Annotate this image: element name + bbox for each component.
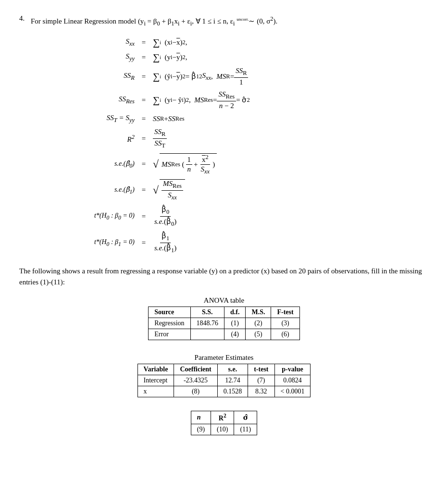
param-intercept-coeff: -23.4325 (174, 375, 217, 386)
rhs-sxx: ∑i (xi − x)2, (153, 37, 187, 48)
eq-ssres: SSRes = ∑i (yi − ŷi)2, MSRes = SSRes n −… (58, 90, 429, 110)
summary-data-row: (9) (10) (11) (191, 424, 257, 435)
problem-number: 4. (19, 14, 31, 23)
summary-col-n: n (191, 411, 211, 424)
problem-text: For simple Linear Regression model (yi =… (31, 14, 277, 28)
param-row-intercept: Intercept -23.4325 12.74 (7) 0.0824 (137, 375, 311, 386)
eq-sign-se-beta0: = (139, 160, 148, 168)
summary-header-row: n R2 σ̂ (191, 411, 257, 424)
anova-col-source: Source (149, 307, 190, 318)
anova-col-ss: S.S. (190, 307, 224, 318)
lhs-sxx: Sxx (58, 37, 135, 48)
eq-r2: R2 = SSR SST (58, 128, 429, 149)
eq-se-beta0: s.e.(β̂0) = √ MSRes ( 1 n + (58, 153, 429, 175)
problem-header: 4. For simple Linear Regression model (y… (19, 14, 429, 28)
anova-title: ANOVA table (204, 296, 244, 305)
param-col-coefficient: Coefficient (174, 364, 217, 375)
param-intercept-ttest: (7) (248, 375, 274, 386)
anova-table-container: ANOVA table Source S.S. d.f. M.S. F-test… (19, 296, 429, 340)
rhs-syy: ∑i (yi − y)2, (153, 52, 187, 63)
summary-table: n R2 σ̂ (9) (10) (11) (191, 411, 257, 435)
anova-error-ms: (5) (246, 329, 271, 340)
summary-n: (9) (191, 424, 211, 435)
param-title: Parameter Estimates (195, 354, 254, 362)
param-intercept-se: 12.74 (217, 375, 248, 386)
lhs-t-beta0: t*(H0 : β0 = 0) (58, 212, 135, 221)
rhs-t-beta1: β̂1 s.e.(β̂1) (153, 232, 178, 254)
anova-col-ms: M.S. (246, 307, 271, 318)
rhs-r2: SSR SST (153, 128, 167, 149)
summary-col-sigma: σ̂ (234, 411, 257, 424)
eq-sign-se-beta1: = (139, 186, 148, 194)
eq-t-beta0: t*(H0 : β0 = 0) = β̂0 s.e.(β̂0) (58, 205, 429, 228)
lhs-t-beta1: t*(H0 : β1 = 0) (58, 238, 135, 247)
eq-sign-t-beta0: = (139, 212, 148, 221)
anova-error-ftest: (6) (271, 329, 299, 340)
anova-error-ss (190, 329, 224, 340)
eq-sst: SST = Syy = SSR + SSRes (58, 114, 429, 124)
rhs-ssr: ∑i (ŷi − y)2 = β̂12Sxx, MSR = SSR 1 (153, 67, 248, 86)
eq-sign-ssr: = (139, 73, 148, 81)
tables-section: The following shows a result from regres… (19, 266, 429, 435)
anova-regression-ss: 1848.76 (190, 318, 224, 329)
rhs-t-beta0: β̂0 s.e.(β̂0) (153, 205, 178, 228)
eq-sign-syy: = (139, 53, 148, 61)
anova-regression-ms: (2) (246, 318, 271, 329)
anova-error-df: (4) (224, 329, 246, 340)
eq-ssr: SSR = ∑i (ŷi − y)2 = β̂12Sxx, MSR = SSR … (58, 67, 429, 86)
eq-se-beta1: s.e.(β̂1) = √ MSRes Sxx (58, 179, 429, 201)
eq-sign-r2: = (139, 135, 148, 143)
param-intercept-pvalue: 0.0824 (274, 375, 311, 386)
param-col-pvalue: p-value (274, 364, 311, 375)
param-intercept-variable: Intercept (137, 375, 174, 386)
param-col-ttest: t-test (248, 364, 274, 375)
param-table-container: Parameter Estimates Variable Coefficient… (19, 354, 429, 397)
rhs-se-beta1: √ MSRes Sxx (153, 179, 185, 201)
param-x-coeff: (8) (174, 386, 217, 397)
rhs-sst: SSR + SSRes (153, 115, 185, 123)
lhs-sst: SST = Syy (58, 114, 135, 124)
param-table: Variable Coefficient s.e. t-test p-value… (137, 364, 311, 397)
param-header-row: Variable Coefficient s.e. t-test p-value (137, 364, 311, 375)
anova-col-ftest: F-test (271, 307, 299, 318)
anova-error-source: Error (149, 329, 190, 340)
eq-sign-sst: = (139, 115, 148, 123)
lhs-ssr: SSR (58, 72, 135, 82)
eq-t-beta1: t*(H0 : β1 = 0) = β̂1 s.e.(β̂1) (58, 232, 429, 254)
rhs-ssres: ∑i (yi − ŷi)2, MSRes = SSRes n − 2 = σ̂2 (153, 90, 250, 110)
anova-header-row: Source S.S. d.f. M.S. F-test (149, 307, 299, 318)
eq-sxx: Sxx = ∑i (xi − x)2, (58, 37, 429, 48)
param-col-se: s.e. (217, 364, 248, 375)
param-x-se: 0.1528 (217, 386, 248, 397)
anova-row-error: Error (4) (5) (6) (149, 329, 299, 340)
param-x-pvalue: < 0.0001 (274, 386, 311, 397)
eq-sign-ssres: = (139, 96, 148, 104)
param-x-ttest: 8.32 (248, 386, 274, 397)
summary-table-container: n R2 σ̂ (9) (10) (11) (19, 411, 429, 435)
problem-container: 4. For simple Linear Regression model (y… (19, 14, 429, 435)
param-x-variable: x (137, 386, 174, 397)
summary-col-r2: R2 (211, 411, 234, 424)
rhs-se-beta0: √ MSRes ( 1 n + x2 Sxx (153, 153, 217, 175)
anova-regression-df: (1) (224, 318, 246, 329)
param-col-variable: Variable (137, 364, 174, 375)
lhs-se-beta1: s.e.(β̂1) (58, 185, 135, 195)
eq-syy: Syy = ∑i (yi − y)2, (58, 52, 429, 63)
lhs-se-beta0: s.e.(β̂0) (58, 160, 135, 169)
anova-table: Source S.S. d.f. M.S. F-test Regression … (148, 307, 299, 340)
eq-sign-t-beta1: = (139, 239, 148, 247)
lhs-syy: Syy (58, 52, 135, 62)
param-row-x: x (8) 0.1528 8.32 < 0.0001 (137, 386, 311, 397)
summary-sigma: (11) (234, 424, 257, 435)
lhs-r2: R2 (58, 134, 135, 144)
anova-regression-source: Regression (149, 318, 190, 329)
lhs-ssres: SSRes (58, 95, 135, 105)
summary-r2: (10) (211, 424, 234, 435)
anova-regression-ftest: (3) (271, 318, 299, 329)
eq-sign-sxx: = (139, 38, 148, 47)
equations-block: Sxx = ∑i (xi − x)2, Syy = ∑i (yi − y)2, … (58, 37, 429, 254)
paragraph-text: The following shows a result from regres… (19, 266, 429, 288)
anova-col-df: d.f. (224, 307, 246, 318)
anova-row-regression: Regression 1848.76 (1) (2) (3) (149, 318, 299, 329)
